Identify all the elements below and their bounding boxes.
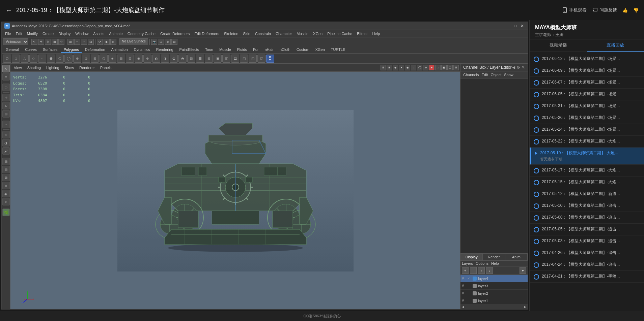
- bottom-tool-1[interactable]: 🌿: [2, 208, 10, 216]
- layer-item-layer2[interactable]: V layer2: [460, 290, 528, 297]
- menu-skin[interactable]: Skin: [241, 31, 252, 36]
- shelf-icon-30[interactable]: ◲: [257, 55, 265, 63]
- layer-scroll-left[interactable]: ◀: [462, 305, 464, 309]
- sidebar-item-2[interactable]: 2017-06-07：【模型大师班第二期】-场景...: [530, 77, 644, 89]
- shelf-icon-4[interactable]: ◇: [29, 55, 37, 63]
- menu-assets[interactable]: Assets: [91, 31, 106, 36]
- maximize-button[interactable]: □: [513, 23, 518, 29]
- shelf-icon-23[interactable]: ☰: [196, 55, 204, 63]
- layer-delete-btn[interactable]: -: [470, 267, 477, 274]
- shelf-icon-13[interactable]: ◈: [108, 55, 116, 63]
- menu-createdef[interactable]: Create Deformers: [158, 31, 192, 36]
- tool-camera[interactable]: 📷: [151, 39, 157, 45]
- layer-item-layer3[interactable]: V layer3: [460, 282, 528, 290]
- shelf-icon-14[interactable]: ⊟: [117, 55, 125, 63]
- shelf-icon-9[interactable]: ⊕: [73, 55, 81, 63]
- layer-tab-anim[interactable]: Anim: [505, 254, 528, 260]
- tool-scale[interactable]: ⊞: [52, 39, 58, 45]
- tab-ncloth[interactable]: nCloth: [277, 47, 293, 53]
- tab-curves[interactable]: Curves: [22, 47, 39, 53]
- sidebar-item-6[interactable]: 2017-05-24：【模型大师班第二期】-场景...: [530, 124, 644, 136]
- shelf-icon-dtools[interactable]: DT: [266, 55, 274, 63]
- sidebar-item-8[interactable]: 2017-05-19：【模型大师班第二期】-大炮... 暂无素材下载: [530, 148, 644, 165]
- soft-mod-btn[interactable]: ○: [2, 121, 10, 128]
- sidebar-item-4[interactable]: 2017-05-31：【模型大师班第二期】-场景...: [530, 100, 644, 112]
- tool-render[interactable]: ▶: [104, 39, 110, 45]
- tool-more-2[interactable]: ◈: [165, 39, 171, 45]
- scale-btn[interactable]: ⊞: [2, 110, 10, 118]
- sidebar-item-16[interactable]: 2017-04-26：【模型大师班第二期】-追击...: [530, 247, 644, 259]
- sidebar-tab-live[interactable]: 直播回放: [587, 39, 644, 52]
- sidebar-item-0[interactable]: 2017-06-12：【模型大师班第二期】-场景...: [530, 53, 644, 65]
- channel-menu-show[interactable]: Show: [504, 73, 513, 77]
- rotate-btn[interactable]: ↻: [2, 102, 10, 109]
- tool-move[interactable]: ✛: [38, 39, 44, 45]
- shelf-icon-3[interactable]: △: [21, 55, 29, 63]
- layer-scroll-right[interactable]: ▶: [524, 305, 526, 309]
- dislike-btn[interactable]: 👎: [633, 8, 639, 13]
- shelf-icon-20[interactable]: ◒: [170, 55, 178, 63]
- sidebar-item-11[interactable]: 2017-05-12：【模型大师班第二期】-新道...: [530, 188, 644, 200]
- view-icon-5[interactable]: ◉: [405, 65, 410, 70]
- menu-animate[interactable]: Animate: [107, 31, 124, 36]
- like-btn[interactable]: 👍: [622, 8, 628, 13]
- tool-snap-point[interactable]: •: [81, 39, 87, 45]
- menu-pipeline[interactable]: Pipeline Cache: [325, 31, 354, 36]
- sidebar-item-18[interactable]: 2017-04-21：【模型大师班第二期】-手稿...: [530, 271, 644, 283]
- shelf-icon-1[interactable]: ⬡: [3, 55, 11, 63]
- menu-editdef[interactable]: Edit Deformers: [192, 31, 221, 36]
- menu-skeleton[interactable]: Skeleton: [222, 31, 241, 36]
- view-menu-show[interactable]: Show: [63, 65, 76, 70]
- sidebar-item-17[interactable]: 2017-04-24：【模型大师班第二期】-追击...: [530, 259, 644, 271]
- select-tool-btn[interactable]: ↖: [2, 65, 10, 72]
- grid4-btn[interactable]: ◈: [2, 182, 10, 189]
- shelf-icon-7[interactable]: ⬠: [56, 55, 64, 63]
- tab-fur[interactable]: Fur: [250, 47, 261, 53]
- layer-down-btn[interactable]: ↓: [486, 267, 493, 274]
- shelf-icon-12[interactable]: ⬡: [100, 55, 108, 63]
- layer-tab-render[interactable]: Render: [483, 254, 505, 260]
- menu-modify[interactable]: Modify: [25, 31, 40, 36]
- view-icon-1[interactable]: ⊟: [381, 65, 386, 70]
- sidebar-item-15[interactable]: 2017-05-03：【模型大师班第二期】-追击...: [530, 235, 644, 247]
- paint-btn[interactable]: 🖌: [2, 147, 10, 155]
- tool-more-3[interactable]: ⊞: [171, 39, 177, 45]
- tab-animation[interactable]: Animation: [109, 47, 131, 53]
- shelf-icon-27[interactable]: ⬓: [231, 55, 239, 63]
- layer-tab-display[interactable]: Display: [460, 254, 483, 260]
- channel-menu-edit[interactable]: Edit: [481, 73, 488, 77]
- view-menu-shading[interactable]: Shading: [25, 65, 43, 70]
- tab-dynamics[interactable]: Dynamics: [131, 47, 153, 53]
- shelf-icon-15[interactable]: ⊠: [126, 55, 134, 63]
- menu-edit[interactable]: Edit: [14, 31, 24, 36]
- shelf-icon-11[interactable]: ⊞: [91, 55, 99, 63]
- feedback-btn[interactable]: 问题反馈: [592, 7, 617, 13]
- tool-rotate[interactable]: ↻: [45, 39, 51, 45]
- layer-scroll-down-btn[interactable]: ▼: [520, 267, 526, 274]
- menu-window[interactable]: Window: [73, 31, 90, 36]
- channel-menu-channels[interactable]: Channels: [463, 73, 479, 77]
- sidebar-item-7[interactable]: 2017-05-22：【模型大师班第二期】-大炮...: [530, 136, 644, 148]
- grid5-btn[interactable]: ◉: [2, 190, 10, 197]
- view-icon-9[interactable]: ■: [429, 65, 435, 70]
- tab-turtle[interactable]: TURTLE: [328, 47, 348, 53]
- sidebar-item-3[interactable]: 2017-06-05：【模型大师班第二期】-场景...: [530, 89, 644, 100]
- shelf-icon-26[interactable]: ◫: [222, 55, 230, 63]
- channel-close-icon[interactable]: ✎: [522, 65, 525, 70]
- view-icon-6[interactable]: ○: [411, 65, 416, 70]
- sidebar-item-14[interactable]: 2017-05-05：【模型大师班第二期】-追击...: [530, 224, 644, 235]
- shelf-icon-25[interactable]: ▣: [214, 55, 222, 63]
- menu-create[interactable]: Create: [40, 31, 56, 36]
- view-menu-renderer[interactable]: Renderer: [77, 65, 97, 70]
- tab-nhair[interactable]: nHair: [262, 47, 276, 53]
- back-button[interactable]: ←: [5, 6, 12, 14]
- view-icon-11[interactable]: ▣: [441, 65, 447, 70]
- tool-select[interactable]: ↖: [31, 39, 37, 45]
- sculpt-btn[interactable]: ◑: [2, 139, 10, 147]
- view-menu-panels[interactable]: Panels: [98, 65, 114, 70]
- channel-menu-object[interactable]: Object: [491, 73, 501, 77]
- view-icon-4[interactable]: ●: [399, 65, 404, 70]
- tab-muscle[interactable]: Muscle: [217, 47, 234, 53]
- tool-history[interactable]: ⟳: [97, 39, 103, 45]
- view-icon-10[interactable]: □: [435, 65, 441, 70]
